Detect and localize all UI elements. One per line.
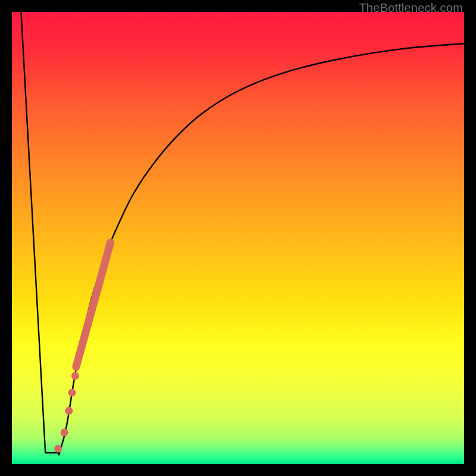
watermark-text: TheBottleneck.com <box>359 1 463 15</box>
plot-area <box>12 12 464 464</box>
highlight-dot <box>65 407 73 415</box>
chart-svg <box>12 12 464 464</box>
chart-frame: TheBottleneck.com <box>0 0 476 476</box>
gradient-background <box>12 12 464 464</box>
highlight-dot <box>54 445 62 453</box>
highlight-dot <box>68 389 76 396</box>
highlight-dot <box>61 428 68 436</box>
highlight-dot <box>71 372 79 380</box>
